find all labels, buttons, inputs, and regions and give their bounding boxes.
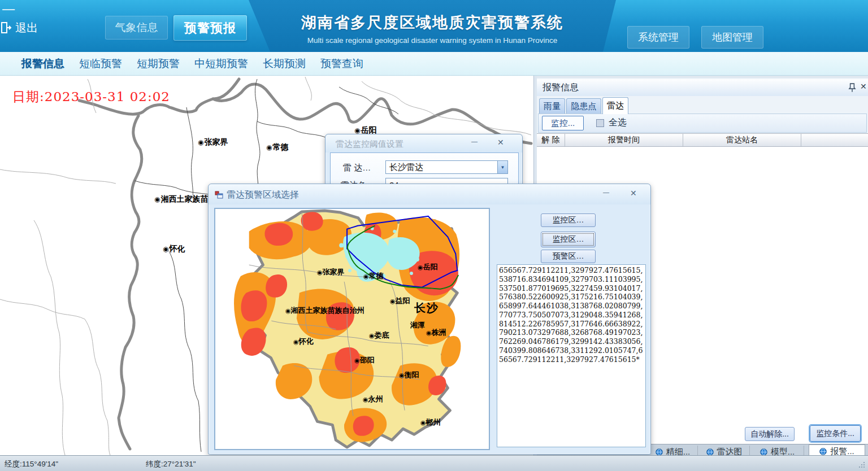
radar-select-combobox[interactable]: 长沙雷达 ▼	[385, 160, 508, 174]
rcity-zhangjiajie: ◉张家界	[317, 267, 345, 277]
dialog-close-icon[interactable]: ✕	[630, 189, 637, 198]
hunan-warning-map	[215, 209, 489, 449]
city-marker-icon: ◉	[163, 245, 168, 253]
subnav-warning-query[interactable]: 预警查询	[320, 56, 363, 71]
exit-label: 退出	[15, 20, 38, 36]
tab-hazard-points[interactable]: 隐患点	[566, 98, 601, 114]
subnav-mid-shortterm[interactable]: 中短期预警	[194, 56, 248, 71]
subnav-nowcast[interactable]: 短临预警	[79, 56, 122, 71]
nav-system-manage-button[interactable]: 系统管理	[627, 26, 689, 49]
radar-warning-region-dialog: 雷达预警区域选择 — ✕	[208, 184, 651, 455]
city-label-zhangjiajie: ◉ 张家界	[198, 137, 228, 147]
select-all-checkbox[interactable]	[596, 119, 604, 127]
pin-icon[interactable]	[848, 83, 857, 93]
city-marker-icon: ◉	[198, 138, 203, 146]
subnav-shortterm[interactable]: 短期预警	[137, 56, 180, 71]
radar-select-label: 雷 达…	[343, 163, 371, 173]
city-marker-icon: ◉	[354, 127, 360, 134]
nav-weather-info-button[interactable]: 气象信息	[105, 16, 168, 40]
monitor-button[interactable]: 监控...	[542, 116, 584, 130]
monitor-region-button-1[interactable]: 监控区…	[541, 213, 596, 227]
app-header: 气象信息 预警预报 湖南省多尺度区域地质灾害预警系统 Multi scale r…	[0, 0, 868, 52]
map-date-label: 日期:2023-03-31 02:02	[12, 88, 170, 106]
nav-map-manage-button[interactable]: 地图管理	[701, 26, 763, 49]
city-label-changde: ◉ 常德	[266, 142, 288, 152]
window-icon	[215, 190, 223, 199]
rcity-changsha: 长沙	[414, 300, 439, 316]
column-filler	[801, 134, 868, 146]
minimize-button[interactable]: —	[0, 0, 17, 18]
subnav-longterm[interactable]: 长期预测	[263, 56, 306, 71]
dialog-titlebar[interactable]: 雷达监控阈值设置 — ✕	[326, 134, 522, 152]
city-marker-icon: ◉	[154, 195, 160, 203]
region-coordinates-textbox[interactable]: 656567.729112211,3297927.47615615,538716…	[497, 264, 646, 447]
dialog-titlebar[interactable]: 雷达预警区域选择 — ✕	[209, 184, 650, 204]
warning-region-map[interactable]: ◉张家界 ◉常德 ◉岳阳 ◉益阳 ◉湘西土家族苗族自治州 长沙 湘潭 ◉株洲 ◉…	[214, 208, 490, 450]
monitor-condition-button[interactable]: 监控条件...	[810, 425, 861, 442]
resize-grip[interactable]	[858, 461, 865, 468]
rcity-yiyang: ◉益阳	[390, 296, 410, 306]
rcity-loudi: ◉娄底	[369, 330, 389, 341]
rcity-hengyang: ◉衡阳	[399, 370, 419, 380]
latitude-readout: 纬度:27°21'31"	[146, 459, 196, 469]
dialog-title: 雷达预警区域选择	[227, 189, 299, 201]
longitude-readout: 经度:115°49'14"	[5, 459, 58, 469]
rcity-chenzhou: ◉郴州	[420, 417, 441, 428]
status-bar: 经度:115°49'14" 纬度:27°21'31"	[0, 455, 868, 471]
globe-icon	[819, 448, 827, 455]
rcity-xiangtan: 湘潭	[410, 320, 425, 330]
rcity-yongzhou: ◉永州	[363, 394, 383, 404]
select-all-label: 全选	[609, 117, 627, 129]
app-title: 湖南省多尺度区域地质灾害预警系统	[249, 12, 616, 33]
monitor-region-button-2[interactable]: 监控区…	[541, 232, 596, 247]
panel-titlebar: 报警信息 ✕	[537, 79, 868, 96]
column-radar-station[interactable]: 雷达站名	[683, 134, 801, 146]
warning-region-button[interactable]: 预警区…	[541, 250, 596, 263]
column-release[interactable]: 解 除	[537, 134, 565, 146]
city-marker-icon: ◉	[266, 143, 272, 151]
panel-close-icon[interactable]: ✕	[860, 82, 867, 91]
warning-subnav: 报警信息 短临预警 短期预警 中短期预警 长期预测 预警查询	[0, 52, 868, 76]
panel-toolbar: 监控... 全选	[538, 114, 867, 133]
rcity-xiangxi: ◉湘西土家族苗族自治州	[285, 306, 364, 316]
exit-button[interactable]: 退出	[0, 18, 43, 37]
globe-icon	[706, 448, 714, 456]
rcity-yueyang: ◉岳阳	[418, 262, 438, 272]
dialog-minimize-icon[interactable]: —	[603, 189, 609, 195]
column-alarm-time[interactable]: 报警时间	[565, 134, 683, 146]
subnav-alarm-info[interactable]: 报警信息	[21, 56, 64, 71]
rcity-huaihua: ◉怀化	[293, 337, 314, 347]
globe-icon	[656, 448, 663, 456]
nav-warning-forecast-button[interactable]: 预警预报	[173, 15, 247, 41]
city-label-huaihua: ◉ 怀化	[163, 244, 185, 254]
radar-select-value: 长沙雷达	[386, 162, 497, 173]
auto-release-button[interactable]: 自动解除...	[745, 427, 795, 441]
rcity-changde: ◉常德	[363, 271, 384, 281]
alarm-table-header: 解 除 报警时间 雷达站名	[537, 133, 868, 147]
dialog-minimize-icon[interactable]: —	[471, 138, 478, 145]
panel-title: 报警信息	[542, 82, 579, 94]
dialog-body: 雷 达… 长沙雷达 ▼ 雷达色 … 24	[330, 152, 519, 188]
tab-rainfall[interactable]: 雨量	[539, 98, 565, 114]
globe-icon	[760, 448, 767, 456]
app-subtitle: Multi scale regional geological disaster…	[249, 36, 616, 45]
chevron-down-icon[interactable]: ▼	[497, 161, 507, 173]
exit-door-icon	[0, 21, 12, 34]
dialog-close-icon[interactable]: ✕	[497, 138, 504, 147]
radar-threshold-dialog: 雷达监控阈值设置 — ✕ 雷 达… 长沙雷达 ▼ 雷达色 … 24	[325, 134, 523, 188]
dialog-title: 雷达监控阈值设置	[336, 139, 403, 150]
rcity-zhuzhou: ◉株洲	[426, 328, 446, 338]
app-title-banner: 湖南省多尺度区域地质灾害预警系统 Multi scale regional ge…	[249, 0, 616, 52]
rcity-shaoyang: ◉邵阳	[354, 355, 375, 365]
tab-radar[interactable]: 雷达	[602, 97, 628, 114]
